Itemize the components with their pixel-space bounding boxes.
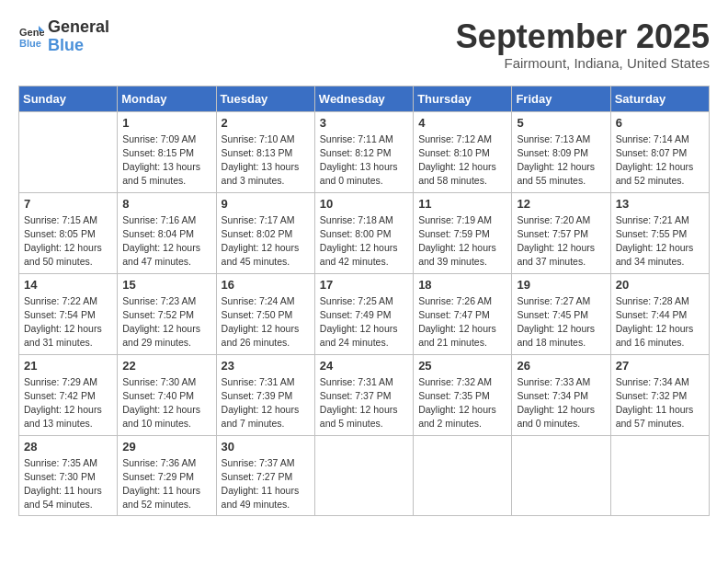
day-number: 17 [320,278,408,292]
calendar-cell: 21Sunrise: 7:29 AMSunset: 7:42 PMDayligh… [19,354,118,435]
day-info: Sunrise: 7:37 AMSunset: 7:27 PMDaylight:… [222,456,310,512]
day-number: 28 [24,440,112,454]
day-number: 23 [222,359,310,373]
day-info: Sunrise: 7:30 AMSunset: 7:40 PMDaylight:… [122,375,210,431]
day-info: Sunrise: 7:33 AMSunset: 7:34 PMDaylight:… [517,375,605,431]
weekday-header-row: SundayMondayTuesdayWednesdayThursdayFrid… [19,86,710,111]
calendar-cell: 4Sunrise: 7:12 AMSunset: 8:10 PMDaylight… [414,111,512,192]
calendar-cell [414,435,512,516]
day-info: Sunrise: 7:18 AMSunset: 8:00 PMDaylight:… [320,213,408,270]
calendar-cell: 29Sunrise: 7:36 AMSunset: 7:29 PMDayligh… [118,435,216,516]
day-info: Sunrise: 7:26 AMSunset: 7:47 PMDaylight:… [418,294,506,350]
calendar-cell: 28Sunrise: 7:35 AMSunset: 7:30 PMDayligh… [19,435,118,516]
day-info: Sunrise: 7:22 AMSunset: 7:54 PMDaylight:… [24,294,112,350]
calendar-cell: 18Sunrise: 7:26 AMSunset: 7:47 PMDayligh… [414,273,512,354]
weekday-header-friday: Friday [512,86,610,111]
calendar-cell: 16Sunrise: 7:24 AMSunset: 7:50 PMDayligh… [216,273,314,354]
calendar-cell: 2Sunrise: 7:10 AMSunset: 8:13 PMDaylight… [216,111,314,192]
day-info: Sunrise: 7:32 AMSunset: 7:35 PMDaylight:… [418,375,506,431]
day-info: Sunrise: 7:14 AMSunset: 8:07 PMDaylight:… [616,132,704,189]
day-number: 19 [517,278,605,292]
day-number: 3 [320,116,408,130]
calendar-cell: 17Sunrise: 7:25 AMSunset: 7:49 PMDayligh… [314,273,413,354]
day-info: Sunrise: 7:31 AMSunset: 7:39 PMDaylight:… [222,375,310,431]
day-info: Sunrise: 7:25 AMSunset: 7:49 PMDaylight:… [320,294,408,350]
calendar-cell: 14Sunrise: 7:22 AMSunset: 7:54 PMDayligh… [19,273,118,354]
day-info: Sunrise: 7:31 AMSunset: 7:37 PMDaylight:… [320,375,408,431]
calendar-cell [512,435,610,516]
day-number: 26 [517,359,605,373]
calendar-cell: 12Sunrise: 7:20 AMSunset: 7:57 PMDayligh… [512,192,610,273]
calendar-cell: 30Sunrise: 7:37 AMSunset: 7:27 PMDayligh… [216,435,314,516]
calendar-cell: 15Sunrise: 7:23 AMSunset: 7:52 PMDayligh… [118,273,216,354]
day-number: 22 [122,359,210,373]
day-info: Sunrise: 7:21 AMSunset: 7:55 PMDaylight:… [616,213,704,270]
day-info: Sunrise: 7:13 AMSunset: 8:09 PMDaylight:… [517,132,605,189]
page-header: General Blue General Blue September 2025… [18,18,710,71]
calendar-cell: 9Sunrise: 7:17 AMSunset: 8:02 PMDaylight… [216,192,314,273]
calendar-cell [610,435,709,516]
day-number: 27 [616,359,704,373]
day-number: 29 [122,440,210,454]
calendar-cell: 1Sunrise: 7:09 AMSunset: 8:15 PMDaylight… [118,111,216,192]
calendar-cell: 3Sunrise: 7:11 AMSunset: 8:12 PMDaylight… [314,111,413,192]
day-info: Sunrise: 7:28 AMSunset: 7:44 PMDaylight:… [616,294,704,350]
day-number: 2 [222,116,310,130]
day-info: Sunrise: 7:34 AMSunset: 7:32 PMDaylight:… [616,375,704,431]
day-info: Sunrise: 7:17 AMSunset: 8:02 PMDaylight:… [222,213,310,270]
calendar-cell: 25Sunrise: 7:32 AMSunset: 7:35 PMDayligh… [414,354,512,435]
day-info: Sunrise: 7:15 AMSunset: 8:05 PMDaylight:… [24,213,112,270]
day-number: 15 [122,278,210,292]
month-title: September 2025 [456,18,710,55]
weekday-header-thursday: Thursday [414,86,512,111]
day-info: Sunrise: 7:11 AMSunset: 8:12 PMDaylight:… [320,132,408,189]
day-info: Sunrise: 7:27 AMSunset: 7:45 PMDaylight:… [517,294,605,350]
calendar-cell: 6Sunrise: 7:14 AMSunset: 8:07 PMDaylight… [610,111,709,192]
weekday-header-saturday: Saturday [610,86,709,111]
calendar-cell: 26Sunrise: 7:33 AMSunset: 7:34 PMDayligh… [512,354,610,435]
calendar-cell: 11Sunrise: 7:19 AMSunset: 7:59 PMDayligh… [414,192,512,273]
calendar-week-row: 28Sunrise: 7:35 AMSunset: 7:30 PMDayligh… [19,435,710,516]
day-info: Sunrise: 7:35 AMSunset: 7:30 PMDaylight:… [24,456,112,512]
day-number: 20 [616,278,704,292]
logo-icon: General Blue [18,24,44,50]
day-info: Sunrise: 7:36 AMSunset: 7:29 PMDaylight:… [122,456,210,512]
day-number: 12 [517,197,605,211]
day-number: 16 [222,278,310,292]
day-info: Sunrise: 7:19 AMSunset: 7:59 PMDaylight:… [418,213,506,270]
day-number: 6 [616,116,704,130]
day-info: Sunrise: 7:10 AMSunset: 8:13 PMDaylight:… [222,132,310,189]
weekday-header-monday: Monday [118,86,216,111]
calendar-week-row: 14Sunrise: 7:22 AMSunset: 7:54 PMDayligh… [19,273,710,354]
day-number: 8 [122,197,210,211]
calendar-cell: 27Sunrise: 7:34 AMSunset: 7:32 PMDayligh… [610,354,709,435]
day-info: Sunrise: 7:23 AMSunset: 7:52 PMDaylight:… [122,294,210,350]
day-number: 24 [320,359,408,373]
weekday-header-tuesday: Tuesday [216,86,314,111]
calendar-cell: 10Sunrise: 7:18 AMSunset: 8:00 PMDayligh… [314,192,413,273]
title-block: September 2025 Fairmount, Indiana, Unite… [456,18,710,71]
day-info: Sunrise: 7:09 AMSunset: 8:15 PMDaylight:… [122,132,210,189]
calendar-cell: 8Sunrise: 7:16 AMSunset: 8:04 PMDaylight… [118,192,216,273]
day-info: Sunrise: 7:16 AMSunset: 8:04 PMDaylight:… [122,213,210,270]
day-number: 4 [418,116,506,130]
day-number: 18 [418,278,506,292]
calendar-week-row: 21Sunrise: 7:29 AMSunset: 7:42 PMDayligh… [19,354,710,435]
day-number: 9 [222,197,310,211]
day-info: Sunrise: 7:29 AMSunset: 7:42 PMDaylight:… [24,375,112,431]
day-number: 5 [517,116,605,130]
day-info: Sunrise: 7:20 AMSunset: 7:57 PMDaylight:… [517,213,605,270]
logo-general-text: General [48,18,109,37]
calendar-cell [19,111,118,192]
calendar-cell: 5Sunrise: 7:13 AMSunset: 8:09 PMDaylight… [512,111,610,192]
weekday-header-sunday: Sunday [19,86,118,111]
day-number: 30 [222,440,310,454]
calendar-week-row: 7Sunrise: 7:15 AMSunset: 8:05 PMDaylight… [19,192,710,273]
day-number: 10 [320,197,408,211]
logo: General Blue General Blue [18,18,109,55]
svg-text:Blue: Blue [19,38,41,49]
day-number: 1 [122,116,210,130]
day-info: Sunrise: 7:12 AMSunset: 8:10 PMDaylight:… [418,132,506,189]
day-number: 7 [24,197,112,211]
calendar-cell: 23Sunrise: 7:31 AMSunset: 7:39 PMDayligh… [216,354,314,435]
